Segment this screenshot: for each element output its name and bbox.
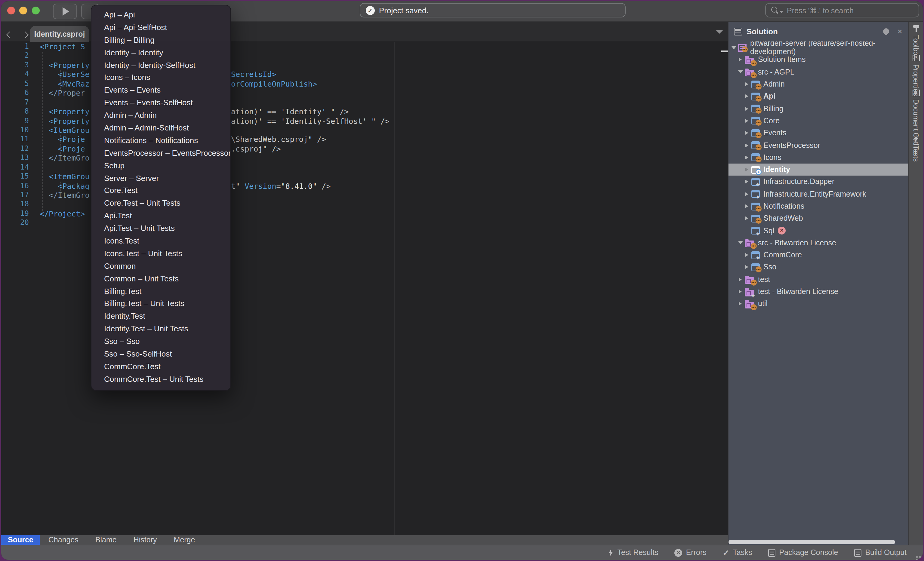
disclosure-arrow[interactable] [744,253,750,257]
close-icon[interactable]: × [897,27,902,36]
menu-item-core-test-unit-tests[interactable]: Core.Test – Unit Tests [92,197,230,210]
tab-source[interactable]: Source [1,535,40,545]
disclosure-arrow[interactable] [744,217,750,220]
tree-item-events[interactable]: •••Events [729,127,908,139]
status-package-console[interactable]: Package Console [768,548,838,557]
disclosure-arrow[interactable] [737,290,744,293]
menu-item-sso-sso[interactable]: Sso – Sso [92,335,230,348]
tree-item-src-bitwarden-license[interactable]: •••src - Bitwarden License [729,237,908,249]
menu-item-identity-identity[interactable]: Identity – Identity [92,46,230,59]
disclosure-arrow[interactable] [737,70,744,73]
tree-item-bitwarden-server-feature-self-hosted-development[interactable]: •••bitwarden-server (feature/self-hosted… [729,42,908,54]
menu-item-api-test[interactable]: Api.Test [92,210,230,223]
navigate-forward-button[interactable] [23,29,28,40]
status-test-results[interactable]: Test Results [608,548,658,557]
menu-item-billing-billing[interactable]: Billing – Billing [92,34,230,47]
tab-changes[interactable]: Changes [40,535,87,545]
disclosure-arrow[interactable] [737,278,744,281]
disclosure-arrow[interactable] [744,107,750,110]
menu-item-events-events[interactable]: Events – Events [92,84,230,97]
resize-grip-icon[interactable] [919,556,921,558]
navigate-back-button[interactable] [7,29,12,40]
tree-item-admin[interactable]: •••Admin [729,78,908,90]
disclosure-arrow[interactable] [744,180,750,184]
menu-item-icons-test[interactable]: Icons.Test [92,235,230,248]
tree-item-src-agpl[interactable]: •••src - AGPL [729,66,908,78]
tab-blame[interactable]: Blame [87,535,125,545]
tree-item-test[interactable]: •••test [729,273,908,286]
disclosure-arrow[interactable] [744,131,750,135]
disclosure-arrow[interactable] [744,168,750,171]
close-button[interactable] [7,7,15,15]
tree-item-commcore[interactable]: ✦CommCore [729,249,908,261]
menu-item-server-server[interactable]: Server – Server [92,172,230,185]
tree-item-sharedweb[interactable]: •••SharedWeb [729,212,908,224]
disclosure-arrow[interactable] [744,205,750,208]
status-errors[interactable]: ✕Errors [675,548,706,557]
disclosure-arrow[interactable] [744,156,750,159]
tree-item-util[interactable]: •••util [729,298,908,310]
side-tab-toolbox[interactable]: Toolbox [909,25,923,58]
disclosure-arrow[interactable] [744,95,750,98]
menu-item-admin-admin[interactable]: Admin – Admin [92,109,230,122]
disclosure-arrow[interactable] [744,192,750,196]
menu-item-eventsprocessor-eventsprocessor[interactable]: EventsProcessor – EventsProcessor [92,147,230,160]
menu-item-common[interactable]: Common [92,260,230,273]
disclosure-arrow[interactable] [744,144,750,147]
menu-item-sso-sso-selfhost[interactable]: Sso – Sso-SelfHost [92,348,230,361]
disclosure-arrow[interactable] [737,241,744,244]
menu-item-icons-test-unit-tests[interactable]: Icons.Test – Unit Tests [92,248,230,260]
disclosure-arrow[interactable] [744,265,750,269]
menu-item-api-api-selfhost[interactable]: Api – Api-SelfHost [92,22,230,34]
tab-list-dropdown-icon[interactable] [716,30,723,34]
side-tab-tests[interactable]: Tests [909,135,923,162]
menu-item-identity-test[interactable]: Identity.Test [92,311,230,323]
menu-item-icons-icons[interactable]: Icons – Icons [92,72,230,84]
tree-item-infrastructure-dapper[interactable]: ✦Infrastructure.Dapper [729,176,908,188]
menu-item-common-unit-tests[interactable]: Common – Unit Tests [92,273,230,285]
pin-icon[interactable] [882,27,890,36]
tree-item-eventsprocessor[interactable]: •••EventsProcessor [729,139,908,151]
menu-item-setup[interactable]: Setup [92,160,230,172]
zoom-button[interactable] [32,7,40,15]
disclosure-arrow[interactable] [744,119,750,123]
disclosure-arrow[interactable] [737,302,744,306]
menu-item-admin-admin-selfhost[interactable]: Admin – Admin-SelfHost [92,122,230,135]
tree-item-sql[interactable]: ✦Sql✕ [729,224,908,237]
menu-item-billing-test[interactable]: Billing.Test [92,285,230,298]
tree-item-test-bitwarden-license[interactable]: ✦test - Bitwarden License [729,286,908,298]
menu-item-billing-test-unit-tests[interactable]: Billing.Test – Unit Tests [92,298,230,311]
triangle-right-icon [746,131,748,135]
menu-item-notifications-notifications[interactable]: Notifications – Notifications [92,135,230,147]
menu-item-api-test-unit-tests[interactable]: Api.Test – Unit Tests [92,223,230,235]
menu-item-commcore-test-unit-tests[interactable]: CommCore.Test – Unit Tests [92,373,230,386]
menu-item-events-events-selfhost[interactable]: Events – Events-SelfHost [92,97,230,109]
disclosure-arrow[interactable] [730,46,737,49]
tree-item-core[interactable]: •••Core [729,115,908,127]
tree-item-api[interactable]: •••Api [729,90,908,103]
tree-item-sso[interactable]: •••Sso [729,261,908,274]
status-item-label: Build Output [865,548,906,557]
tab-identity-csproj[interactable]: Identity.csproj [30,26,89,42]
tree-item-billing[interactable]: •••Billing [729,103,908,115]
status-build-output[interactable]: Build Output [854,548,906,557]
minimize-button[interactable] [19,7,27,15]
tree-item-notifications[interactable]: •••Notifications [729,200,908,212]
menu-item-identity-identity-selfhost[interactable]: Identity – Identity-SelfHost [92,59,230,72]
line-number: 1 [1,42,29,51]
run-button[interactable] [53,4,77,19]
status-tasks[interactable]: ✓Tasks [723,548,752,557]
tree-item-icons[interactable]: •••Icons [729,151,908,163]
global-search-input[interactable]: Press '⌘.' to search [765,3,919,18]
menu-item-identity-test-unit-tests[interactable]: Identity.Test – Unit Tests [92,323,230,336]
tree-item-identity[interactable]: •••Identity [729,163,908,176]
menu-item-api-api[interactable]: Api – Api [92,9,230,22]
tab-history[interactable]: History [125,535,165,545]
tab-merge[interactable]: Merge [165,535,204,545]
disclosure-arrow[interactable] [737,58,744,61]
menu-item-core-test[interactable]: Core.Test [92,185,230,197]
horizontal-scrollbar[interactable] [729,540,895,544]
tree-item-infrastructure-entityframework[interactable]: ✦Infrastructure.EntityFramework [729,188,908,200]
disclosure-arrow[interactable] [744,82,750,86]
menu-item-commcore-test[interactable]: CommCore.Test [92,361,230,373]
